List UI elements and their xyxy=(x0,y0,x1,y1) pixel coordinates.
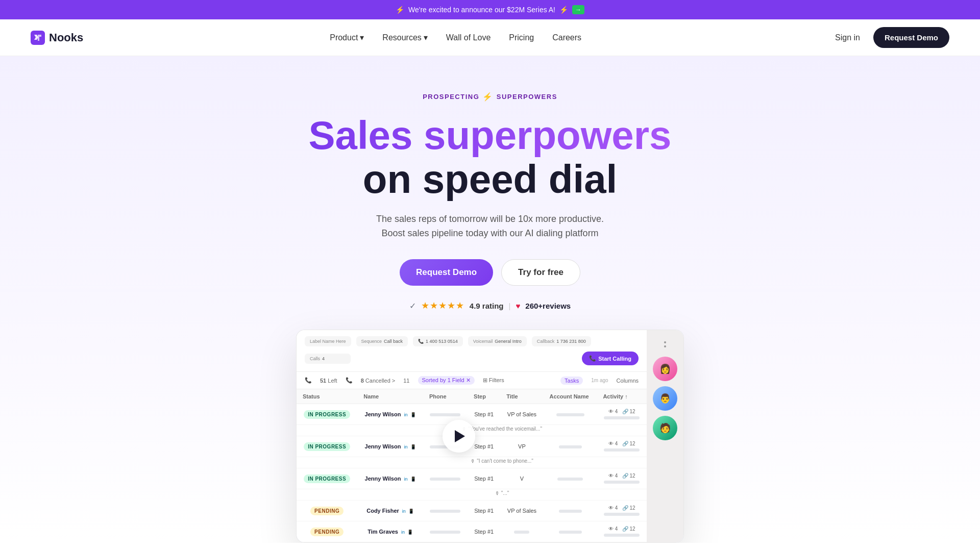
phone-masked xyxy=(430,531,460,534)
banner-emoji-left: ⚡ xyxy=(396,6,404,14)
nav-item-careers[interactable]: Careers xyxy=(545,29,589,46)
toolbar-callback-field[interactable]: Callback 1 736 231 800 xyxy=(532,336,591,346)
verified-icon: ✓ xyxy=(409,301,416,311)
phone-icon: 📞 xyxy=(589,355,596,362)
request-demo-nav-button[interactable]: Request Demo xyxy=(873,27,949,48)
activity-bar xyxy=(604,534,640,537)
start-calling-button[interactable]: 📞 Start Calling xyxy=(582,352,639,365)
toolbar-phone-field[interactable]: 📞 1 400 513 0514 xyxy=(413,336,463,346)
table-row-subtitle: 🎙 "I can't come to phone..." xyxy=(297,457,647,468)
avatar-2[interactable]: 👨 xyxy=(653,386,677,411)
hero-badge: PROSPECTING ⚡ SUPERPOWERS xyxy=(423,92,557,102)
stats-bar: 📞 51 Left 📞 8 Cancelled > 11 Sorted by 1… xyxy=(297,372,647,389)
hero-section: PROSPECTING ⚡ SUPERPOWERS Sales superpow… xyxy=(0,56,980,543)
heart-icon: ♥ xyxy=(516,302,520,310)
play-icon xyxy=(455,430,465,442)
tasks-pill[interactable]: Tasks xyxy=(560,377,583,385)
table-row[interactable]: PENDING Tim Graves in 📱 Step #1 xyxy=(297,521,647,542)
contact-name: Jenny Wilson xyxy=(365,475,401,482)
avatar-3[interactable]: 🧑 xyxy=(653,416,677,440)
step-value: Step #1 xyxy=(474,411,494,417)
phone-icon-sm: 📱 xyxy=(410,444,416,449)
col-account: Account Name xyxy=(544,389,597,404)
sign-in-button[interactable]: Sign in xyxy=(828,29,867,46)
sidebar-dots xyxy=(664,337,666,352)
star-rating: ★★★★★ xyxy=(421,300,464,311)
banner-text: We're excited to announce our $22M Serie… xyxy=(408,6,555,14)
nav-item-wall-of-love[interactable]: Wall of Love xyxy=(439,29,498,46)
navbar: Nooks Product ▾ Resources ▾ Wall of Love… xyxy=(0,19,980,56)
product-screenshot: Label Name Here Sequence Call back 📞 1 4… xyxy=(296,330,684,543)
nooks-logo-icon xyxy=(31,31,45,45)
request-demo-hero-button[interactable]: Request Demo xyxy=(400,259,493,286)
toolbar-calls-field[interactable]: Calls 4 xyxy=(305,354,351,364)
toolbar-label-field[interactable]: Label Name Here xyxy=(305,336,351,346)
banner-cta[interactable]: → xyxy=(572,5,584,14)
toolbar-voicemail-field[interactable]: Voicemail General Intro xyxy=(468,336,527,346)
nav-item-resources[interactable]: Resources ▾ xyxy=(375,29,434,46)
activity-values: 👁 4 🔗 12 xyxy=(608,505,635,511)
nav-item-pricing[interactable]: Pricing xyxy=(502,29,541,46)
announcement-banner: ⚡ We're excited to announce our $22M Ser… xyxy=(0,0,980,19)
hero-buttons: Request Demo Try for free xyxy=(10,259,970,286)
contact-name: Jenny Wilson xyxy=(365,411,401,417)
col-title: Title xyxy=(500,389,543,404)
voicemail-text: "You've reached the voicemail..." xyxy=(468,426,542,432)
title-value: VP of Sales xyxy=(507,508,536,514)
account-masked xyxy=(557,478,583,481)
contact-name: Jenny Wilson xyxy=(365,443,401,449)
voicemail-text: "..." xyxy=(501,490,509,496)
step-value: Step #1 xyxy=(474,443,494,449)
table-row[interactable]: IN PROGRESS Jenny Wilson in 📱 Step #1 V xyxy=(297,468,647,489)
linkedin-icon: in xyxy=(404,477,407,482)
status-badge: PENDING xyxy=(310,507,344,515)
status-badge: PENDING xyxy=(310,528,344,536)
activity-values: 👁 4 🔗 12 xyxy=(608,473,635,479)
hero-title: Sales superpowers on speed dial xyxy=(10,114,970,202)
activity-values: 👁 4 🔗 12 xyxy=(608,409,635,414)
table-row[interactable]: PENDING Cody Fisher in 📱 Step #1 VP of S… xyxy=(297,500,647,521)
phone-icon-sm: 📱 xyxy=(410,412,416,417)
phone-masked xyxy=(430,413,460,416)
col-status: Status xyxy=(297,389,357,404)
table-header-row: Status Name Phone Step Title Account Nam… xyxy=(297,389,647,404)
phone-icon-sm: 📱 xyxy=(408,509,414,514)
app-toolbar: Label Name Here Sequence Call back 📞 1 4… xyxy=(297,330,647,372)
status-badge: IN PROGRESS xyxy=(304,474,350,483)
cancelled-stat: 8 Cancelled > xyxy=(361,378,396,384)
phone-masked xyxy=(430,510,460,513)
activity-bar xyxy=(604,481,640,484)
bolt-icon: ⚡ xyxy=(482,92,494,102)
table-row[interactable]: IN PROGRESS Jenny Wilson in 📱 Step #1 VP… xyxy=(297,404,647,425)
activity-bar xyxy=(604,513,640,516)
toolbar-sequence-field[interactable]: Sequence Call back xyxy=(356,336,408,346)
phone-icon-sm: 📱 xyxy=(410,477,416,482)
sorted-filter[interactable]: Sorted by 1 Field ✕ xyxy=(418,376,475,385)
contact-name: Cody Fisher xyxy=(366,508,399,514)
app-sidebar: 👩 👨 🧑 xyxy=(647,330,683,542)
left-stat: 51 Left xyxy=(320,378,337,384)
linkedin-icon: in xyxy=(404,444,407,449)
video-play-button[interactable] xyxy=(443,420,475,453)
avatar-1[interactable]: 👩 xyxy=(653,357,677,381)
linkedin-icon: in xyxy=(401,530,405,535)
chevron-down-icon: ▾ xyxy=(424,33,428,42)
phone-small-icon: 📞 xyxy=(305,377,312,384)
nav-links: Product ▾ Resources ▾ Wall of Love Prici… xyxy=(323,29,589,46)
nav-item-product[interactable]: Product ▾ xyxy=(323,29,371,46)
logo-text: Nooks xyxy=(49,31,83,44)
step-value: Step #1 xyxy=(474,475,494,482)
phone-icon-sm: 📱 xyxy=(407,530,413,535)
title-value: V xyxy=(520,475,524,482)
account-masked xyxy=(556,413,584,416)
filters-btn[interactable]: ⊞ Filters xyxy=(483,377,504,384)
try-for-free-button[interactable]: Try for free xyxy=(501,259,580,286)
title-value: VP of Sales xyxy=(507,411,536,417)
status-badge: IN PROGRESS xyxy=(304,410,350,419)
step-value: Step #1 xyxy=(474,508,494,514)
title-value: VP xyxy=(518,443,526,449)
logo[interactable]: Nooks xyxy=(31,31,83,45)
contacts-table: Status Name Phone Step Title Account Nam… xyxy=(297,389,647,542)
columns-btn[interactable]: Columns xyxy=(617,378,639,384)
contact-name: Tim Graves xyxy=(368,529,398,535)
